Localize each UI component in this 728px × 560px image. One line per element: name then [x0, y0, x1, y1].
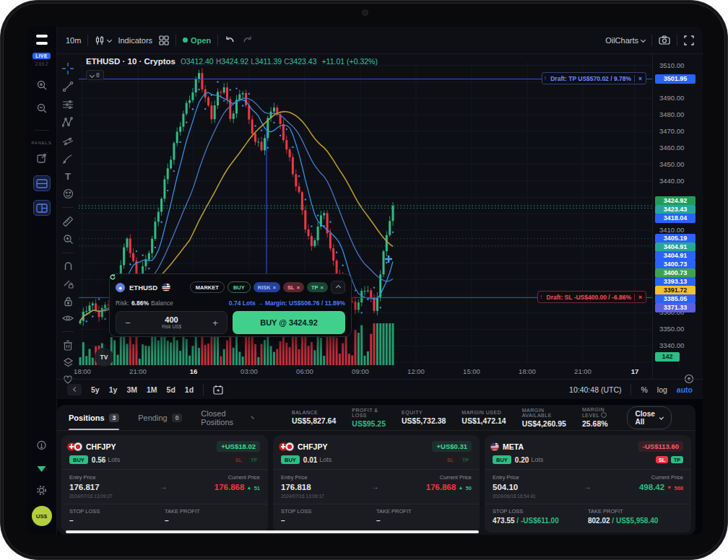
close-icon[interactable]: × — [273, 284, 276, 291]
stop-loss-block: STOP LOSS473.55 / -US$611.00 — [493, 508, 588, 525]
range-button-1d[interactable]: 1d — [185, 385, 194, 394]
layout-grid-button[interactable] — [159, 35, 169, 45]
close-icon[interactable]: × — [634, 75, 646, 82]
fullscreen-button[interactable] — [684, 35, 694, 45]
crosshair-tool[interactable] — [62, 63, 74, 74]
account-currency-badge[interactable]: US$ — [32, 506, 52, 526]
current-price-block: Current Price 176.868 ▲ 50 — [426, 474, 472, 491]
sl-chip[interactable]: SL — [444, 456, 456, 463]
tab-pending[interactable]: Pending0 — [138, 405, 182, 430]
drag-handle-icon[interactable]: ⁞ — [542, 76, 547, 81]
price-axis[interactable]: 3510.003490.003480.003470.003460.003450.… — [652, 62, 703, 365]
clock[interactable]: 10:40:48 (UTC) — [569, 385, 621, 394]
tab-closed-positions[interactable]: Closed Positions — [201, 405, 233, 430]
collapse-left-button[interactable] — [67, 384, 82, 395]
text-tool[interactable]: T — [65, 171, 71, 182]
lock-tool[interactable] — [63, 296, 74, 307]
close-all-button[interactable]: Close All — [627, 406, 672, 429]
risk-amount-field[interactable]: 400 Risk US$ — [134, 315, 209, 329]
tp-chip[interactable]: TP — [248, 456, 260, 463]
panel-layout-button-1[interactable] — [33, 175, 51, 191]
broker-selector[interactable]: OilCharts — [605, 36, 645, 45]
timeframe-button[interactable]: 10m — [66, 36, 81, 45]
emoji-tool[interactable] — [63, 188, 74, 199]
app-logo-icon[interactable] — [35, 33, 49, 49]
range-button-5y[interactable]: 5y — [91, 385, 100, 394]
auto-scale-button[interactable]: auto — [677, 385, 693, 394]
undo-button[interactable] — [225, 35, 235, 45]
go-to-date-button[interactable] — [213, 385, 223, 395]
range-button-3M[interactable]: 3M — [126, 385, 137, 394]
close-icon[interactable]: × — [321, 284, 324, 291]
close-icon[interactable]: × — [634, 294, 646, 301]
tp-chip[interactable]: TP — [671, 456, 683, 463]
hide-drawings-tool[interactable] — [62, 313, 74, 323]
order-type-market-button[interactable]: MARKET — [190, 281, 225, 293]
indicators-button[interactable]: Indicators — [118, 36, 152, 45]
remove-drawings-tool[interactable] — [63, 340, 73, 351]
chart-plot[interactable]: ⁞ Draft: TP US$570.02 / 9.78% × ⁞ Draft:… — [79, 62, 652, 365]
sl-chip[interactable]: SL — [656, 456, 668, 463]
toolbar-divider — [87, 35, 88, 46]
market-open-status[interactable]: Open — [183, 36, 211, 45]
position-card-meta[interactable]: META -US$113.60 BUY 0.20 Lots SL TP Entr… — [485, 435, 691, 533]
horizontal-scrollbar[interactable] — [66, 530, 479, 533]
screenshot-button[interactable] — [659, 35, 670, 45]
log-scale-button[interactable]: log — [657, 385, 667, 394]
calendar-icon — [213, 385, 223, 395]
drag-handle-icon[interactable]: ⁞ — [538, 294, 543, 299]
chevron-right-icon[interactable] — [251, 416, 254, 419]
drawing-lock-tool[interactable] — [63, 279, 74, 289]
up-triangle-icon: ▲ — [247, 485, 252, 490]
brush-tool[interactable] — [62, 153, 74, 165]
object-tree-badge[interactable]: 8 — [86, 70, 104, 80]
price-label: 3424.92 — [655, 196, 696, 206]
order-chip-tp[interactable]: TP× — [307, 282, 328, 292]
position-card-chfjpy[interactable]: CHFJPY +US$0.31 BUY 0.01 Lots SL TP Entr… — [273, 435, 480, 533]
order-chip-risk[interactable]: RISK× — [254, 282, 280, 292]
time-axis[interactable]: 18:0021:001603:0006:0009:0012:0015:0018:… — [57, 365, 703, 379]
tp-chip[interactable]: TP — [459, 456, 472, 463]
xabcd-pattern-tool[interactable] — [62, 117, 74, 128]
panel-export-icon[interactable] — [36, 152, 48, 167]
toolbar-divider — [651, 35, 652, 46]
account-stats: BALANCE US$5,827.64 PROFIT & LOSS US$95.… — [292, 407, 608, 428]
range-button-1M[interactable]: 1M — [147, 385, 157, 394]
zoom-tool[interactable] — [63, 234, 74, 245]
trend-line-tool[interactable] — [62, 81, 74, 92]
zoom-in-icon[interactable] — [36, 79, 48, 94]
increase-button[interactable]: + — [209, 318, 221, 328]
redo-button[interactable] — [242, 35, 253, 45]
stat-balance: BALANCE US$5,827.64 — [292, 410, 336, 425]
help-bubble-icon[interactable] — [36, 440, 47, 454]
symbol-title[interactable]: ETHUSD · 10 · Cryptos — [86, 57, 176, 66]
draft-sl-label[interactable]: ⁞ Draft: SL -US$400.00 / -6.86% × — [537, 291, 646, 303]
zoom-out-icon[interactable] — [36, 102, 48, 117]
buy-submit-button[interactable]: BUY @ 3424.92 — [233, 311, 345, 334]
collapse-panel-button[interactable] — [331, 281, 345, 294]
channel-tool[interactable] — [62, 135, 74, 146]
settings-gear-icon[interactable] — [36, 485, 47, 499]
chart-type-button[interactable] — [95, 35, 111, 45]
order-chip-sl[interactable]: SL× — [283, 282, 304, 292]
tab-positions[interactable]: Positions3 — [69, 405, 119, 430]
magnet-tool[interactable] — [63, 261, 74, 272]
chart-watermark-logo[interactable]: TV — [95, 348, 113, 367]
position-card-chfjpy[interactable]: CHFJPY +US$18.02 BUY 0.56 Lots SL TP Ent… — [61, 435, 268, 533]
panel-layout-button-2[interactable] — [33, 200, 51, 216]
fullscreen-icon — [684, 35, 694, 45]
ruler-tool[interactable] — [62, 216, 74, 227]
position-symbol: CHFJPY — [298, 442, 327, 451]
risk-amount-stepper: − 400 Risk US$ + — [116, 311, 228, 334]
range-button-1y[interactable]: 1y — [109, 385, 118, 394]
sl-chip[interactable]: SL — [233, 456, 245, 463]
order-side-buy-button[interactable]: BUY — [228, 281, 251, 293]
draft-tp-label[interactable]: ⁞ Draft: TP US$570.02 / 9.78% × — [542, 72, 646, 84]
redo-icon — [242, 35, 253, 45]
horizontal-lines-tool[interactable] — [62, 99, 74, 110]
close-icon[interactable]: × — [297, 284, 300, 291]
percent-scale-button[interactable]: % — [641, 385, 647, 394]
decrease-button[interactable]: − — [122, 318, 134, 328]
stop-loss-block: STOP LOSS– — [69, 508, 165, 525]
range-button-5d[interactable]: 5d — [167, 385, 176, 394]
